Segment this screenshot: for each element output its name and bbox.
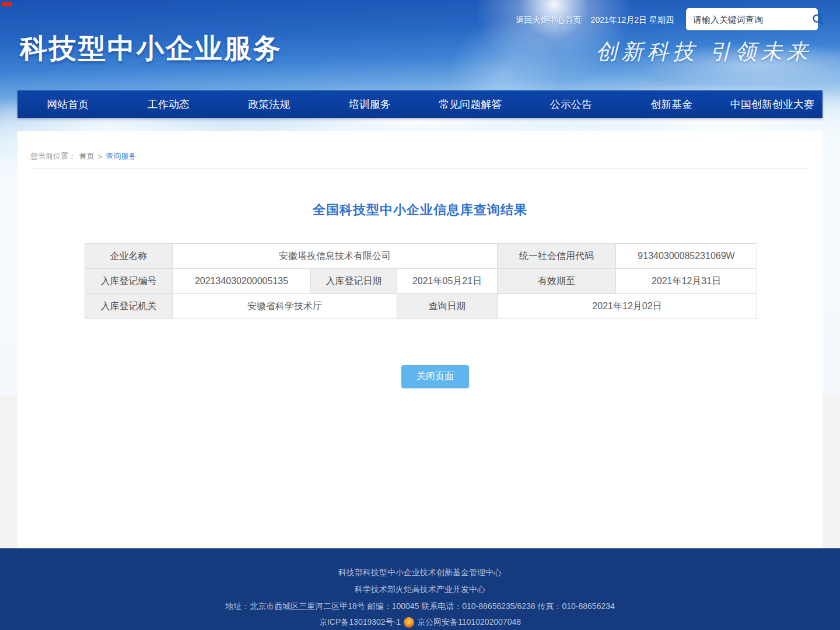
reg-date-value: 2021年05月21日 bbox=[397, 269, 498, 294]
reg-authority-label: 入库登记机关 bbox=[85, 294, 173, 319]
police-record-link[interactable]: 京公网安备11010202007048 bbox=[417, 617, 521, 628]
nav-item-announcements[interactable]: 公示公告 bbox=[521, 90, 622, 118]
page-title: 全国科技型中小企业信息库查询结果 bbox=[18, 201, 822, 219]
breadcrumb-divider bbox=[30, 168, 810, 169]
nav-item-news[interactable]: 工作动态 bbox=[118, 90, 219, 118]
breadcrumb-separator: > bbox=[98, 152, 103, 161]
close-page-button[interactable]: 关闭页面 bbox=[401, 365, 469, 388]
footer-address-line: 地址：北京市西城区三里河二区甲18号 邮编：100045 联系电话：010-88… bbox=[225, 600, 615, 612]
site-logo: 科技型中小企业服务 bbox=[20, 30, 282, 67]
reg-number-label: 入库登记编号 bbox=[85, 269, 173, 294]
search-box bbox=[686, 8, 818, 30]
content-card: 您当前位置： 首页 > 查询服务 全国科技型中小企业信息库查询结果 企业名称 安… bbox=[18, 131, 822, 548]
breadcrumb-prefix: 您当前位置： bbox=[30, 151, 76, 162]
credit-code-value: 91340300085231069W bbox=[616, 244, 757, 269]
reg-date-label: 入库登记日期 bbox=[311, 269, 397, 294]
nav-item-policies[interactable]: 政策法规 bbox=[219, 90, 320, 118]
breadcrumb-current-link[interactable]: 查询服务 bbox=[106, 151, 136, 162]
page-footer: 科技部科技型中小企业技术创新基金管理中心 科学技术部火炬高技术产业开发中心 地址… bbox=[0, 548, 840, 630]
valid-until-label: 有效期至 bbox=[498, 269, 616, 294]
current-date: 2021年12月2日 星期四 bbox=[591, 15, 674, 26]
footer-icp-line: 京ICP备13019302号-1 京公网安备11010202007048 bbox=[319, 617, 521, 628]
nav-item-innovation-fund[interactable]: 创新基金 bbox=[621, 90, 722, 118]
icp-license-link[interactable]: 京ICP备13019302号-1 bbox=[319, 617, 401, 628]
footer-org-line-1: 科技部科技型中小企业技术创新基金管理中心 bbox=[338, 566, 502, 578]
company-name-label: 企业名称 bbox=[85, 244, 173, 269]
search-input[interactable] bbox=[686, 15, 811, 24]
site-slogan: 创新科技 引领未来 bbox=[596, 37, 812, 66]
query-date-value: 2021年12月02日 bbox=[498, 294, 757, 319]
credit-code-label: 统一社会信用代码 bbox=[498, 244, 616, 269]
nav-item-competition[interactable]: 中国创新创业大赛 bbox=[722, 90, 823, 118]
main-navigation: 网站首页 工作动态 政策法规 培训服务 常见问题解答 公示公告 创新基金 中国创… bbox=[18, 90, 822, 118]
table-row: 入库登记编号 202134030200005135 入库登记日期 2021年05… bbox=[85, 269, 757, 294]
breadcrumb-home-link[interactable]: 首页 bbox=[79, 151, 94, 162]
search-icon bbox=[811, 13, 824, 26]
query-date-label: 查询日期 bbox=[397, 294, 498, 319]
corner-red-flag bbox=[2, 2, 12, 6]
police-badge-icon bbox=[404, 617, 414, 628]
table-row: 入库登记机关 安徽省科学技术厅 查询日期 2021年12月02日 bbox=[85, 294, 757, 319]
search-button[interactable] bbox=[811, 8, 824, 30]
table-row: 企业名称 安徽塔孜信息技术有限公司 统一社会信用代码 9134030008523… bbox=[85, 244, 757, 269]
company-name-value: 安徽塔孜信息技术有限公司 bbox=[173, 244, 498, 269]
footer-org-line-2: 科学技术部火炬高技术产业开发中心 bbox=[355, 583, 485, 595]
nav-item-training[interactable]: 培训服务 bbox=[320, 90, 421, 118]
top-utility-bar: 返回火炬中心首页 2021年12月2日 星期四 bbox=[516, 15, 674, 26]
reg-authority-value: 安徽省科学技术厅 bbox=[173, 294, 397, 319]
breadcrumb: 您当前位置： 首页 > 查询服务 bbox=[30, 151, 136, 162]
back-to-torch-center-link[interactable]: 返回火炬中心首页 bbox=[516, 15, 582, 26]
nav-item-home[interactable]: 网站首页 bbox=[18, 90, 118, 118]
query-result-table: 企业名称 安徽塔孜信息技术有限公司 统一社会信用代码 9134030008523… bbox=[85, 243, 757, 319]
valid-until-value: 2021年12月31日 bbox=[616, 269, 757, 294]
reg-number-value: 202134030200005135 bbox=[173, 269, 311, 294]
nav-item-faq[interactable]: 常见问题解答 bbox=[420, 90, 521, 118]
